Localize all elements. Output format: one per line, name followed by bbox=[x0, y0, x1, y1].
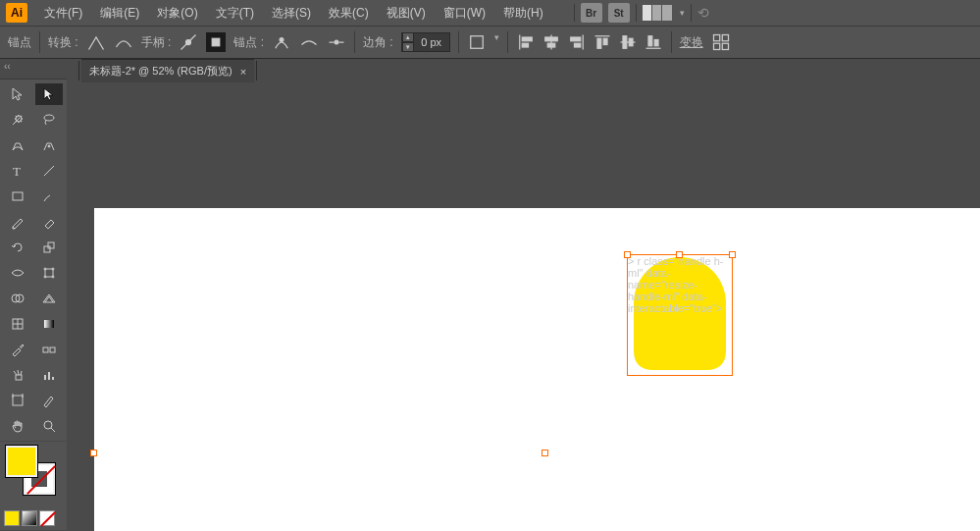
blend-tool[interactable] bbox=[35, 339, 63, 360]
shape-builder-tool[interactable] bbox=[4, 288, 31, 309]
perspective-grid-tool[interactable] bbox=[35, 288, 63, 309]
svg-rect-46 bbox=[43, 347, 48, 352]
divider bbox=[256, 61, 257, 80]
corner-stepper[interactable]: ▲▼ bbox=[402, 32, 414, 52]
convert-corner-icon[interactable] bbox=[86, 32, 106, 52]
hand-tool[interactable] bbox=[4, 415, 31, 437]
svg-rect-19 bbox=[623, 36, 627, 49]
bridge-icon[interactable]: Br bbox=[581, 3, 602, 23]
document-tab[interactable]: 未标题-2* @ 52% (RGB/预览) × bbox=[81, 59, 254, 82]
color-mode-gradient[interactable] bbox=[22, 510, 37, 526]
menu-edit[interactable]: 编辑(E) bbox=[93, 1, 146, 26]
artboard-tool[interactable] bbox=[4, 390, 31, 411]
divider bbox=[78, 61, 79, 80]
hide-handles-icon[interactable] bbox=[206, 32, 226, 52]
color-mode-solid[interactable] bbox=[4, 510, 20, 526]
pencil-tool[interactable] bbox=[4, 211, 31, 233]
cut-path-icon[interactable] bbox=[327, 32, 346, 52]
align-center-h-icon[interactable] bbox=[542, 32, 561, 52]
rotate-tool[interactable] bbox=[4, 237, 31, 258]
svg-rect-35 bbox=[45, 269, 53, 277]
type-tool[interactable]: T bbox=[4, 160, 31, 182]
show-handles-icon[interactable] bbox=[179, 32, 198, 52]
artboard[interactable]: > r class="handle h-ml" data-name="resiz… bbox=[94, 208, 980, 531]
svg-point-1 bbox=[186, 40, 191, 45]
svg-rect-24 bbox=[713, 35, 719, 41]
chevron-down-icon[interactable]: ▾ bbox=[494, 32, 499, 52]
transform-link[interactable]: 变换 bbox=[680, 34, 703, 51]
corner-radius-field[interactable]: ▲▼ bbox=[401, 32, 450, 52]
menu-effect[interactable]: 效果(C) bbox=[322, 1, 376, 26]
svg-rect-11 bbox=[547, 43, 555, 47]
magic-wand-tool[interactable] bbox=[4, 109, 31, 131]
svg-rect-45 bbox=[44, 320, 54, 328]
color-mode-none[interactable] bbox=[39, 510, 55, 526]
lasso-tool[interactable] bbox=[35, 109, 63, 131]
fill-swatch[interactable] bbox=[6, 446, 37, 477]
remove-anchor-icon[interactable] bbox=[272, 32, 291, 52]
svg-point-29 bbox=[48, 145, 50, 147]
eraser-tool[interactable] bbox=[35, 211, 63, 233]
sync-settings-icon[interactable]: ⟲ bbox=[697, 5, 709, 21]
scale-tool[interactable] bbox=[35, 237, 63, 258]
rectangle-tool[interactable] bbox=[4, 186, 31, 207]
svg-rect-32 bbox=[13, 192, 23, 200]
paintbrush-tool[interactable] bbox=[35, 186, 63, 207]
arrange-documents-icon[interactable] bbox=[643, 5, 672, 21]
shape-properties-icon[interactable] bbox=[711, 32, 731, 52]
symbol-sprayer-tool[interactable] bbox=[4, 364, 31, 386]
connect-endpoints-icon[interactable] bbox=[299, 32, 319, 52]
slice-tool[interactable] bbox=[35, 390, 63, 411]
menu-object[interactable]: 对象(O) bbox=[150, 1, 204, 26]
svg-rect-20 bbox=[629, 38, 633, 46]
free-transform-tool[interactable] bbox=[35, 262, 63, 284]
selection-bounding-box[interactable]: > r class="handle h-ml" data-name="resiz… bbox=[627, 254, 733, 376]
menu-help[interactable]: 帮助(H) bbox=[496, 1, 550, 26]
close-tab-icon[interactable]: × bbox=[240, 66, 246, 78]
svg-rect-27 bbox=[722, 43, 728, 49]
svg-rect-48 bbox=[16, 375, 22, 380]
resize-handle-ml[interactable] bbox=[90, 450, 97, 456]
svg-line-56 bbox=[51, 428, 55, 432]
align-top-icon[interactable] bbox=[593, 32, 612, 52]
menu-type[interactable]: 文字(T) bbox=[209, 1, 261, 26]
tools-panel: T bbox=[0, 79, 67, 441]
resize-handle-tl[interactable] bbox=[624, 251, 631, 258]
width-tool[interactable] bbox=[4, 262, 31, 284]
isolate-object-icon[interactable] bbox=[467, 32, 487, 52]
zoom-tool[interactable] bbox=[35, 415, 63, 437]
menu-window[interactable]: 窗口(W) bbox=[437, 1, 492, 26]
curvature-tool[interactable] bbox=[35, 134, 63, 156]
panel-collapse-icon[interactable]: ‹‹ bbox=[4, 61, 16, 71]
svg-rect-34 bbox=[48, 242, 54, 248]
svg-rect-50 bbox=[48, 372, 50, 380]
chevron-down-icon[interactable]: ▾ bbox=[680, 8, 685, 18]
pen-tool[interactable] bbox=[4, 134, 31, 156]
direct-selection-tool[interactable] bbox=[35, 83, 63, 105]
handles-label: 手柄 : bbox=[141, 34, 172, 51]
corner-label: 边角 : bbox=[363, 34, 393, 51]
stock-icon[interactable]: St bbox=[608, 3, 630, 23]
resize-handle-tm[interactable] bbox=[676, 251, 683, 258]
column-graph-tool[interactable] bbox=[35, 364, 63, 386]
align-center-v-icon[interactable] bbox=[618, 32, 638, 52]
align-bottom-icon[interactable] bbox=[644, 32, 663, 52]
align-left-icon[interactable] bbox=[516, 32, 536, 52]
svg-rect-52 bbox=[13, 396, 23, 405]
align-right-icon[interactable] bbox=[567, 32, 587, 52]
corner-radius-input[interactable] bbox=[414, 36, 449, 48]
svg-rect-7 bbox=[522, 37, 532, 41]
menu-view[interactable]: 视图(V) bbox=[380, 1, 433, 26]
center-point[interactable] bbox=[542, 450, 548, 456]
svg-rect-5 bbox=[470, 36, 483, 49]
eyedropper-tool[interactable] bbox=[4, 339, 31, 360]
line-segment-tool[interactable] bbox=[35, 160, 63, 182]
canvas-area[interactable]: > r class="handle h-ml" data-name="resiz… bbox=[77, 82, 980, 531]
menu-select[interactable]: 选择(S) bbox=[265, 1, 318, 26]
gradient-tool[interactable] bbox=[35, 313, 63, 335]
menu-file[interactable]: 文件(F) bbox=[37, 1, 89, 26]
convert-smooth-icon[interactable] bbox=[114, 32, 133, 52]
selection-tool[interactable] bbox=[4, 83, 31, 105]
mesh-tool[interactable] bbox=[4, 313, 31, 335]
resize-handle-tr[interactable] bbox=[729, 251, 736, 258]
